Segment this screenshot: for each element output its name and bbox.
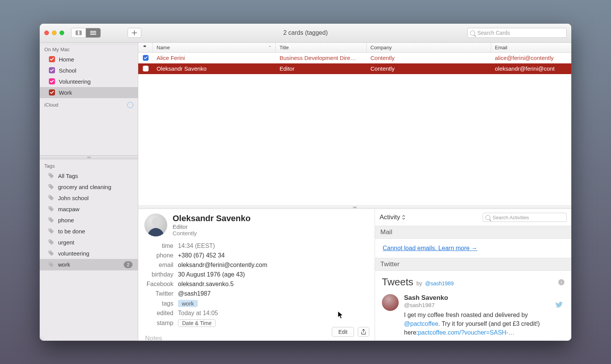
contact-full-name: Oleksandr Savenko (173, 214, 251, 223)
window-minimize-button[interactable] (52, 31, 57, 35)
columns-icon (76, 31, 82, 35)
field-value-facebook[interactable]: oleksandr.savenko.5 (178, 281, 234, 288)
sidebar-split-handle[interactable] (40, 155, 138, 159)
sidebar-tag-john-school[interactable]: John school (40, 193, 138, 204)
sidebar-group-tags[interactable]: Tags (40, 159, 138, 170)
column-header-email[interactable]: Email (491, 43, 571, 52)
column-header-company[interactable]: Company (367, 43, 491, 52)
stamp-date-time-button[interactable]: Date & Time (178, 319, 216, 327)
tweet-author-name[interactable]: Sash Savenko (404, 294, 448, 301)
sidebar-deck-volunteering[interactable]: Volunteering (40, 76, 138, 87)
sidebar-tag-work[interactable]: work2 (40, 259, 138, 270)
cards-table-header: Name ⌃ Title Company Email (138, 43, 571, 53)
sidebar-tag-all-tags[interactable]: All Tags (40, 170, 138, 181)
tag-chip-work[interactable]: work (178, 300, 198, 307)
edit-card-button[interactable]: Edit (332, 327, 354, 337)
sidebar-tag-to-be-done[interactable]: to be done (40, 226, 138, 237)
sidebar-deck-work[interactable]: Work (40, 87, 138, 98)
field-value-edited: Today at 14:05 (178, 310, 218, 317)
tweet-url-link[interactable]: pactcoffee.com/?voucher=SASH-… (418, 329, 514, 336)
row-flag-checkbox[interactable] (143, 55, 149, 61)
card-detail-pane: Oleksandr Savenko Editor Contently time1… (138, 209, 375, 341)
field-value-time: 14:34 (EEST) (178, 243, 215, 249)
tag-icon (48, 217, 54, 223)
color-swatch-icon (49, 67, 55, 73)
tweet-author-handle[interactable]: @sash1987 (404, 302, 564, 308)
tweets-author-link[interactable]: @sash1989 (425, 280, 454, 286)
tweet-text: I get my coffee fresh roasted and delive… (404, 311, 564, 337)
activity-heading-dropdown[interactable]: Activity (380, 214, 406, 221)
svg-point-0 (49, 174, 50, 175)
sidebar-group-icloud[interactable]: iCloud (40, 98, 138, 110)
tag-icon (48, 184, 54, 190)
card-row[interactable]: Alice Ferini Business Development Dire… … (138, 53, 571, 63)
tweet-author-avatar[interactable] (382, 294, 399, 311)
row-title: Business Development Dire… (276, 55, 367, 61)
sidebar-tag-label: to be done (58, 228, 85, 235)
mail-load-error-link[interactable]: Cannot load emails. Learn more → (383, 245, 477, 251)
info-icon[interactable]: i (558, 279, 564, 285)
tweet-mention-link[interactable]: @pactcoffee (404, 320, 438, 327)
row-email: alice@ferini@contently (491, 55, 571, 61)
search-icon (470, 31, 475, 36)
field-value-email[interactable]: oleksandr@ferini@contently.com (178, 262, 267, 269)
column-header-name[interactable]: Name ⌃ (153, 43, 276, 52)
tweet-item[interactable]: Sash Savenko @sash1987 I get my coffee f… (375, 292, 571, 340)
search-cards-field[interactable] (467, 28, 567, 38)
sidebar-tag-macpaw[interactable]: macpaw (40, 204, 138, 215)
column-header-title[interactable]: Title (276, 43, 367, 52)
sidebar-tag-phone[interactable]: phone (40, 215, 138, 226)
field-label-edited: edited (144, 310, 173, 317)
sidebar-deck-home[interactable]: Home (40, 54, 138, 65)
view-mode-columns-button[interactable] (71, 28, 86, 37)
contact-company: Contently (173, 230, 251, 236)
list-icon (90, 31, 96, 35)
sidebar-item-label: Work (59, 89, 72, 96)
sidebar-group-onmymac[interactable]: On My Mac (40, 43, 138, 54)
tag-icon (48, 239, 54, 245)
sidebar-tag-volunteering[interactable]: volunteering (40, 248, 138, 259)
row-company: Contently (367, 65, 491, 72)
column-header-flag[interactable] (138, 43, 153, 52)
search-cards-input[interactable] (477, 30, 564, 36)
card-row[interactable]: Oleksandr Savenko Editor Contently oleks… (138, 63, 571, 74)
svg-point-3 (49, 207, 50, 208)
contact-job-title: Editor (173, 223, 251, 230)
row-email: oleksandr@ferini@cont (491, 65, 571, 72)
sidebar: On My Mac Home School Volunteering Work … (40, 43, 138, 341)
view-mode-list-button[interactable] (86, 28, 100, 37)
flag-icon (143, 45, 147, 50)
add-card-button[interactable] (128, 28, 141, 38)
svg-point-8 (49, 262, 50, 264)
search-activities-input[interactable] (493, 215, 564, 220)
field-value-phone[interactable]: +380 (67) 452 34 (178, 252, 225, 259)
horizontal-split-handle[interactable] (138, 205, 571, 209)
tag-icon (48, 173, 54, 179)
chevron-updown-icon (402, 215, 406, 220)
color-swatch-icon (49, 89, 55, 95)
search-icon (485, 215, 490, 220)
sidebar-tag-grocery-and-cleaning[interactable]: grocery and cleaning (40, 181, 138, 193)
field-label-email: email (144, 262, 173, 269)
row-name: Alice Ferini (153, 55, 276, 61)
activity-section-mail: Mail (375, 226, 571, 239)
search-activities-field[interactable] (483, 213, 567, 222)
sidebar-deck-school[interactable]: School (40, 65, 138, 76)
view-mode-segmented-control[interactable] (71, 28, 101, 38)
share-card-button[interactable] (358, 327, 369, 337)
sync-icon[interactable] (127, 102, 133, 108)
cards-table-empty-area[interactable] (138, 74, 571, 206)
window-zoom-button[interactable] (60, 31, 64, 35)
row-flag-checkbox[interactable] (143, 66, 149, 71)
activity-section-twitter: Twitter (375, 258, 571, 271)
sidebar-tag-label: work (58, 261, 70, 268)
tweets-heading: Tweets (382, 276, 413, 288)
window-close-button[interactable] (44, 31, 49, 35)
share-icon (361, 329, 366, 335)
sidebar-tag-label: phone (58, 217, 74, 223)
sidebar-tag-urgent[interactable]: urgent (40, 237, 138, 248)
field-label-time: time (144, 243, 173, 249)
field-value-twitter[interactable]: @sash1987 (178, 290, 211, 297)
tag-icon (48, 250, 54, 256)
contact-avatar[interactable] (144, 214, 167, 236)
